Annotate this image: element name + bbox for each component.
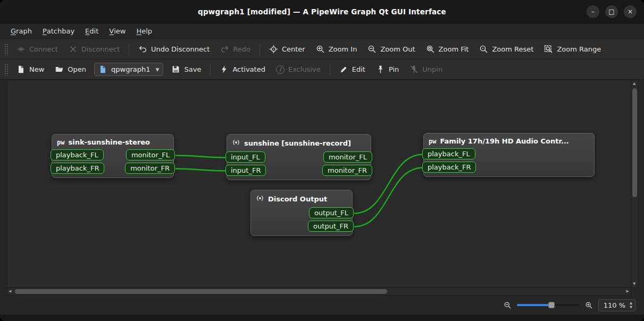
undo-disconnect-button[interactable]: Undo Disconnect (133, 42, 214, 56)
edit-icon (339, 65, 348, 74)
open-icon (55, 65, 64, 74)
node-header[interactable]: sunshine [sunshine-record] (227, 137, 371, 151)
toolbar-button-label: Zoom Reset (492, 45, 533, 53)
scroll-right-icon[interactable]: ▶ (626, 290, 629, 293)
graph-toolbar: ConnectDisconnectUndo DisconnectRedoCent… (0, 39, 644, 60)
node-title: Family 17h/19h HD Audio Contr... (440, 137, 568, 145)
edit-button[interactable]: Edit (334, 62, 370, 77)
menubar: GraphPatchbayEditViewHelp (0, 23, 644, 39)
port-monitor_FR[interactable]: monitor_FR (322, 165, 372, 176)
vertical-scrollbar-thumb[interactable] (632, 88, 637, 197)
port-output_FL[interactable]: output_FL (309, 207, 354, 218)
port-monitor_FL[interactable]: monitor_FL (126, 149, 175, 160)
chevron-down-icon[interactable]: ▼ (156, 67, 160, 72)
zoom-slider[interactable] (517, 304, 580, 306)
patchbay-selector[interactable]: qpwgraph1▼ (94, 63, 163, 76)
pin-button[interactable]: Pin (371, 62, 404, 77)
horizontal-scrollbar-thumb[interactable] (15, 289, 387, 294)
port-input_FL[interactable]: input_FL (225, 151, 265, 163)
save-button[interactable]: Save (166, 62, 206, 77)
zoom-fit-button[interactable]: Zoom Fit (421, 42, 474, 56)
spin-down-icon[interactable]: ▼ (630, 306, 632, 309)
menu-edit[interactable]: Edit (80, 23, 104, 39)
toolbar-button-label: Zoom Fit (439, 45, 469, 53)
connect-icon (16, 45, 26, 54)
toolbar-button-label: Pin (389, 65, 399, 73)
connection-wires (7, 80, 631, 288)
zoom-range-button[interactable]: Zoom Range (539, 42, 606, 56)
patchbay-selector-value: qpwgraph1 (111, 65, 150, 73)
menu-patchbay[interactable]: Patchbay (37, 23, 80, 39)
center-button[interactable]: Center (264, 42, 310, 56)
port-monitor_FR[interactable]: monitor_FR (125, 163, 175, 174)
port-monitor_FL[interactable]: monitor_FL (323, 151, 372, 163)
zoom-reset-icon (479, 45, 488, 54)
zoom-out-button[interactable]: Zoom Out (363, 42, 420, 56)
toolbar-button-label: Zoom In (329, 45, 357, 53)
toolbar-button-label: Disconnect (81, 45, 120, 53)
toolbar-handle[interactable] (4, 44, 8, 55)
window-title: qpwgraph1 [modified] — A PipeWire Graph … (198, 7, 446, 16)
port-input_FR[interactable]: input_FR (225, 165, 266, 176)
scroll-down-icon[interactable]: ▼ (633, 282, 635, 286)
window-bottom-edge (0, 315, 644, 321)
maximize-button[interactable]: □ (605, 5, 618, 18)
menu-help[interactable]: Help (131, 23, 157, 39)
zoom-range-icon (544, 45, 553, 54)
open-button[interactable]: Open (50, 62, 91, 77)
horizontal-scrollbar[interactable]: ◀ ▶ (6, 288, 631, 295)
toolbar-button-label: Exclusive (288, 65, 321, 73)
zoom-out-mini-icon[interactable] (504, 301, 512, 309)
new-button[interactable]: New (12, 62, 49, 77)
toolbar-button-label: Center (282, 45, 305, 53)
toolbar-separator (210, 64, 211, 75)
file-toolbar: NewOpenqpwgraph1▼SaveActivatedfExclusive… (0, 60, 644, 80)
graph-node-discord[interactable]: Discord Outputoutput_FLoutput_FR (250, 190, 353, 236)
disconnect-button: Disconnect (64, 42, 124, 56)
minimize-button[interactable]: – (587, 5, 599, 18)
undo-icon (138, 45, 147, 54)
port-playback_FR[interactable]: playback_FR (51, 163, 104, 174)
port-playback_FR[interactable]: playback_FR (422, 162, 476, 173)
graph-node-family[interactable]: pwFamily 17h/19h HD Audio Contr...playba… (423, 133, 595, 177)
zoom-slider-handle[interactable] (548, 302, 555, 308)
new-icon (16, 65, 26, 74)
graph-canvas[interactable]: pwsink-sunshine-stereoplayback_FLmonitor… (6, 80, 631, 288)
zoom-spinbox[interactable]: 110 % ▲ ▼ (598, 299, 635, 311)
activated-button[interactable]: Activated (215, 62, 270, 77)
scroll-up-icon[interactable]: ▲ (633, 82, 635, 86)
zoom-in-button[interactable]: Zoom In (311, 42, 362, 56)
pipewire-icon: pw (57, 138, 64, 146)
toolbar-handle[interactable] (4, 64, 8, 75)
zoom-spinbox-value: 110 % (604, 301, 625, 309)
zoom-reset-button[interactable]: Zoom Reset (474, 42, 538, 56)
zoom-fit-icon (426, 45, 435, 54)
node-header[interactable]: pwsink-sunshine-stereo (52, 137, 173, 149)
vertical-scrollbar[interactable]: ▲ ▼ (631, 80, 639, 288)
port-output_FR[interactable]: output_FR (308, 221, 354, 232)
graph-node-sunshine[interactable]: sunshine [sunshine-record]input_FLmonito… (227, 134, 371, 180)
zoom-in-mini-icon[interactable] (585, 301, 593, 309)
close-button[interactable]: × (624, 5, 637, 18)
app-window: qpwgraph1 [modified] — A PipeWire Graph … (0, 0, 644, 321)
node-header[interactable]: Discord Output (251, 192, 352, 207)
toolbar-separator (330, 64, 330, 75)
graph-node-sink[interactable]: pwsink-sunshine-stereoplayback_FLmonitor… (52, 134, 174, 178)
spin-up-icon[interactable]: ▲ (630, 301, 632, 305)
node-title: sunshine [sunshine-record] (244, 139, 351, 147)
activated-icon (220, 65, 229, 74)
port-playback_FL[interactable]: playback_FL (422, 148, 475, 159)
toolbar-button-label: Redo (233, 45, 250, 53)
unpin-icon (409, 65, 419, 74)
save-icon (171, 65, 180, 74)
menu-view[interactable]: View (104, 23, 131, 39)
disconnect-icon (69, 45, 78, 54)
wire-monitor_FL (175, 156, 226, 158)
zoom-slider-fill (517, 304, 551, 306)
port-playback_FL[interactable]: playback_FL (51, 149, 104, 160)
menu-graph[interactable]: Graph (5, 23, 37, 39)
scroll-left-icon[interactable]: ◀ (9, 290, 11, 293)
node-header[interactable]: pwFamily 17h/19h HD Audio Contr... (424, 136, 594, 148)
main-area: pwsink-sunshine-stereoplayback_FLmonitor… (0, 80, 644, 295)
toolbar-separator (129, 44, 129, 55)
